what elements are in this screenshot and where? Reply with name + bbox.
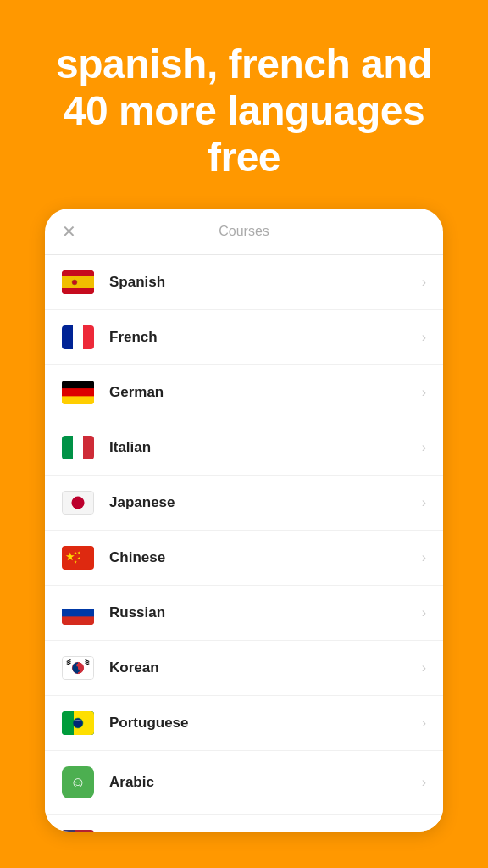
svg-rect-11 bbox=[83, 436, 94, 459]
course-name: German bbox=[109, 384, 422, 401]
svg-point-2 bbox=[72, 280, 77, 285]
course-name: Arabic bbox=[109, 774, 422, 791]
course-name: Chinese bbox=[109, 549, 422, 566]
chevron-icon: › bbox=[422, 775, 426, 790]
courses-card: ✕ Courses Spanish › bbox=[45, 209, 443, 832]
svg-point-35 bbox=[73, 718, 83, 728]
card-header: ✕ Courses bbox=[45, 209, 443, 255]
svg-rect-1 bbox=[62, 276, 94, 288]
svg-rect-4 bbox=[62, 326, 73, 349]
svg-rect-43 bbox=[62, 830, 75, 832]
svg-rect-10 bbox=[62, 436, 73, 459]
list-item[interactable]: ☺ Arabic › bbox=[45, 751, 443, 815]
list-item[interactable]: Italian › bbox=[45, 420, 443, 476]
japanese-flag bbox=[62, 491, 94, 515]
svg-rect-22 bbox=[62, 616, 94, 624]
svg-rect-8 bbox=[62, 396, 94, 403]
svg-rect-7 bbox=[62, 388, 94, 396]
svg-rect-20 bbox=[62, 601, 94, 609]
spanish-flag bbox=[62, 270, 94, 294]
list-item[interactable]: Spanish › bbox=[45, 255, 443, 310]
svg-point-13 bbox=[71, 496, 84, 509]
svg-point-25 bbox=[76, 663, 80, 666]
list-item[interactable]: German › bbox=[45, 365, 443, 420]
course-name: Korean bbox=[109, 659, 422, 676]
german-flag bbox=[62, 381, 94, 404]
list-item[interactable]: Intermediate English › bbox=[45, 815, 443, 832]
chevron-icon: › bbox=[422, 550, 426, 565]
course-name: French bbox=[109, 329, 422, 346]
hero-section: spanish, french and 40 more languages fr… bbox=[0, 0, 488, 209]
svg-rect-5 bbox=[83, 326, 94, 349]
chevron-icon: › bbox=[422, 275, 426, 290]
korean-flag bbox=[62, 656, 94, 680]
svg-text:☺: ☺ bbox=[70, 774, 86, 791]
english-flag bbox=[62, 830, 94, 832]
french-flag bbox=[62, 326, 94, 349]
list-item[interactable]: Russian › bbox=[45, 586, 443, 641]
chevron-icon: › bbox=[422, 660, 426, 676]
course-name: Portuguese bbox=[109, 715, 422, 732]
chinese-flag bbox=[62, 546, 94, 570]
course-name: Russian bbox=[109, 604, 422, 621]
chevron-icon: › bbox=[422, 715, 426, 731]
italian-flag bbox=[62, 436, 94, 459]
chevron-icon: › bbox=[422, 440, 426, 455]
close-button[interactable]: ✕ bbox=[62, 221, 76, 242]
list-item[interactable]: French › bbox=[45, 310, 443, 365]
list-item[interactable]: Portuguese › bbox=[45, 696, 443, 751]
svg-rect-21 bbox=[62, 609, 94, 616]
list-item[interactable]: Japanese › bbox=[45, 476, 443, 531]
list-item[interactable]: Korean › bbox=[45, 641, 443, 696]
course-list: Spanish › French › bbox=[45, 255, 443, 832]
course-name: Japanese bbox=[109, 494, 422, 511]
hero-text: spanish, french and 40 more languages fr… bbox=[0, 0, 488, 209]
portuguese-flag bbox=[62, 711, 94, 735]
svg-point-26 bbox=[76, 669, 80, 672]
arabic-flag: ☺ bbox=[62, 766, 94, 798]
chevron-icon: › bbox=[422, 330, 426, 345]
chevron-icon: › bbox=[422, 495, 426, 510]
course-name: Italian bbox=[109, 439, 422, 456]
chevron-icon: › bbox=[422, 385, 426, 400]
list-item[interactable]: Chinese › bbox=[45, 531, 443, 586]
russian-flag bbox=[62, 601, 94, 625]
svg-rect-6 bbox=[62, 381, 94, 388]
course-name: Spanish bbox=[109, 274, 422, 291]
card-title: Courses bbox=[219, 224, 269, 239]
chevron-icon: › bbox=[422, 605, 426, 620]
